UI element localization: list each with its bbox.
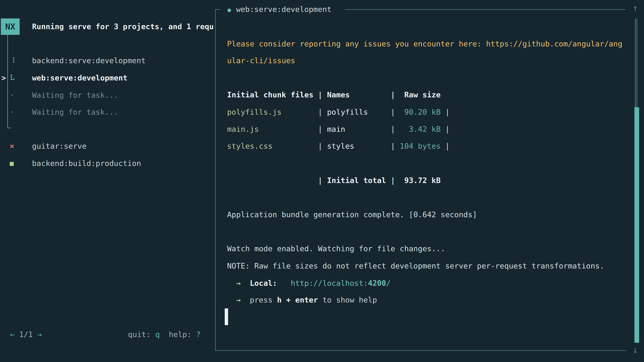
task-row-waiting-2[interactable]: ·Waiting for task... bbox=[10, 107, 118, 117]
panel-border-stub bbox=[215, 9, 220, 10]
help-hint-pre: press bbox=[250, 296, 272, 304]
scrollbar-track[interactable] bbox=[635, 18, 637, 107]
row-end-separator: | bbox=[445, 125, 450, 134]
row-end-separator: | bbox=[445, 108, 450, 116]
task-label: Waiting for task... bbox=[32, 108, 118, 116]
column-separator: | bbox=[318, 90, 327, 99]
pagination-next-arrow[interactable]: → bbox=[38, 330, 42, 339]
scrollbar-up-arrow-icon[interactable]: ↑ bbox=[632, 4, 638, 12]
task-label: backend:serve:development bbox=[32, 56, 146, 65]
chunk-file: styles.css bbox=[227, 141, 318, 151]
app-title: Running serve for 3 projects, and 1 requ bbox=[32, 22, 216, 31]
pagination-current: 1/1 bbox=[19, 330, 33, 339]
chunk-size: 90.20 kB bbox=[395, 107, 440, 117]
table-row: main.js|main|3.42 kB| bbox=[227, 124, 450, 134]
chunk-name: main bbox=[327, 124, 390, 134]
row-end-separator: | bbox=[445, 142, 450, 150]
task-label: backend:build:production bbox=[32, 159, 141, 168]
task-label: guitar:serve bbox=[32, 142, 86, 150]
selected-task-chevron: > bbox=[1, 73, 6, 83]
column-separator: | bbox=[390, 176, 395, 185]
help-hint-post: to show help bbox=[322, 296, 377, 304]
scrollbar-thumb[interactable] bbox=[634, 107, 639, 343]
spinner-icon: ⠸ bbox=[10, 56, 32, 65]
table-total-row: |Initial total|93.72 kB bbox=[227, 176, 440, 185]
task-row-backend-serve[interactable]: ⠸backend:serve:development bbox=[10, 56, 146, 65]
task-label: web:serve:development bbox=[32, 73, 128, 82]
local-url-link[interactable]: http://localhost:4200/ bbox=[291, 279, 390, 288]
watch-mode-message: Watch mode enabled. Watching for file ch… bbox=[227, 244, 445, 253]
panel-title-text: web:serve:development bbox=[236, 5, 332, 14]
pending-dot-icon: · bbox=[10, 107, 32, 117]
help-hint-key-h: h bbox=[277, 296, 282, 304]
local-label: Local: bbox=[250, 279, 277, 288]
angular-issue-notice-line2: ular-cli/issues bbox=[227, 56, 295, 65]
pagination-prev-arrow[interactable]: ← bbox=[10, 330, 14, 339]
pagination: ←1/1→ bbox=[10, 330, 42, 339]
quit-key: q bbox=[155, 330, 160, 339]
chunk-table-header: Initial chunk files|Names|Raw size bbox=[227, 90, 440, 99]
column-separator: | bbox=[390, 124, 395, 134]
total-label: Initial total bbox=[327, 176, 390, 185]
success-square-wrap bbox=[10, 159, 32, 168]
chunk-name: polyfills bbox=[327, 107, 390, 117]
column-separator: | bbox=[318, 176, 327, 185]
quit-label: quit: bbox=[128, 330, 150, 339]
bundle-complete-message: Application bundle generation complete. … bbox=[227, 210, 477, 219]
keyboard-hints: quit:qhelp:? bbox=[128, 330, 200, 339]
column-separator: | bbox=[318, 141, 327, 151]
pending-dot-icon: · bbox=[10, 90, 32, 100]
col-header-names: Names bbox=[327, 90, 390, 99]
task-label: Waiting for task... bbox=[32, 91, 118, 99]
column-separator: | bbox=[318, 124, 327, 134]
task-tree-line bbox=[8, 35, 8, 128]
column-separator: | bbox=[318, 107, 327, 117]
terminal-cursor bbox=[225, 308, 228, 325]
col-header-files: Initial chunk files bbox=[227, 90, 318, 99]
panel-border-top bbox=[345, 9, 626, 10]
table-row: polyfills.js|polyfills|90.20 kB| bbox=[227, 107, 450, 117]
spinner-icon: ⠧ bbox=[10, 73, 32, 83]
angular-issue-notice-line1: Please consider reporting any issues you… bbox=[227, 39, 622, 49]
chunk-size: 104 bytes bbox=[395, 141, 440, 151]
chunk-name: styles bbox=[327, 141, 390, 151]
chunk-size: 3.42 kB bbox=[395, 124, 440, 134]
total-size: 93.72 kB bbox=[395, 176, 440, 185]
help-hint-line: →pressh+enterto show help bbox=[227, 295, 377, 305]
column-separator: | bbox=[390, 107, 395, 117]
column-separator: | bbox=[390, 141, 395, 151]
scrollbar-down-arrow-icon[interactable]: ↓ bbox=[632, 346, 638, 354]
failed-cross-icon: × bbox=[10, 141, 32, 151]
arrow-right-icon: → bbox=[236, 296, 241, 304]
help-key: ? bbox=[196, 330, 200, 339]
nx-logo-text: NX bbox=[5, 22, 15, 31]
help-hint-key-enter: enter bbox=[295, 296, 318, 304]
help-label: help: bbox=[169, 330, 192, 339]
col-header-rawsize: Raw size bbox=[395, 90, 440, 99]
local-url-port: 4200 bbox=[368, 279, 386, 288]
nx-logo-badge: NX bbox=[1, 18, 20, 35]
task-row-backend-build[interactable]: backend:build:production bbox=[10, 159, 141, 168]
task-row-web-serve[interactable]: ⠧web:serve:development bbox=[10, 73, 128, 83]
running-dot-icon: ● bbox=[228, 6, 231, 13]
local-url-line: →Local:http://localhost:4200/ bbox=[227, 279, 390, 288]
panel-title: ●web:serve:development bbox=[228, 5, 332, 14]
chunk-file: main.js bbox=[227, 124, 318, 134]
arrow-right-icon: → bbox=[236, 279, 241, 288]
task-row-waiting-1[interactable]: ·Waiting for task... bbox=[10, 90, 118, 100]
success-square-icon bbox=[10, 162, 14, 166]
task-tree-corner bbox=[8, 128, 11, 128]
chunk-file: polyfills.js bbox=[227, 107, 318, 117]
task-row-guitar-serve[interactable]: ×guitar:serve bbox=[10, 141, 86, 151]
help-hint-plus: + bbox=[286, 296, 291, 304]
table-row: styles.css|styles|104 bytes| bbox=[227, 141, 450, 151]
column-separator: | bbox=[390, 90, 395, 99]
note-message: NOTE: Raw file sizes do not reflect deve… bbox=[227, 261, 604, 271]
